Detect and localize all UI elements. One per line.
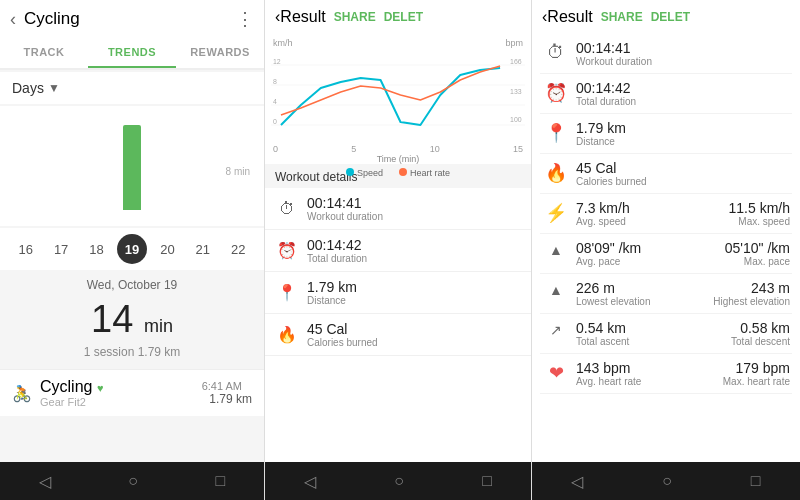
- bar-container: [12, 110, 252, 210]
- panel-result-stats: ‹ Result SHARE DELET ⏱ 00:14:41 Workout …: [532, 0, 800, 500]
- heart-dot: [399, 168, 407, 176]
- stat-val-7: 0.54 km: [576, 320, 731, 336]
- stat-row-heart-rate: ❤ 143 bpm Avg. heart rate 179 bpm Max. h…: [540, 354, 792, 394]
- nav-square-icon-p3[interactable]: □: [751, 472, 761, 490]
- stat-lbl-6: Lowest elevation: [576, 296, 713, 307]
- line-chart-svg: 12 8 4 0 166 133 100: [271, 50, 525, 140]
- day-18[interactable]: 18: [82, 234, 112, 264]
- stat-secondary-8: 179 bpm Max. heart rate: [723, 360, 790, 387]
- stat-val2-6: 243 m: [713, 280, 790, 296]
- act-device: Gear Fit2: [40, 396, 103, 408]
- distance-icon: 📍: [275, 283, 299, 302]
- delete-button-p2[interactable]: DELET: [384, 10, 423, 24]
- total-dur-icon: ⏰: [275, 241, 299, 260]
- stat-icon-1: ⏰: [542, 82, 570, 104]
- stat-lbl2-7: Total descent: [731, 336, 790, 347]
- stat-secondary-7: 0.58 km Total descent: [731, 320, 790, 347]
- stat-val-2: 1.79 km: [576, 120, 790, 136]
- detail-distance: 1.79 km Distance: [307, 279, 357, 306]
- svg-text:8: 8: [273, 78, 277, 85]
- panel1-topbar: ‹ Cycling ⋮: [0, 0, 264, 38]
- svg-text:12: 12: [273, 58, 281, 65]
- stat-main-1: 00:14:42 Total duration: [576, 80, 790, 107]
- days-selector[interactable]: Days ▼: [0, 72, 264, 104]
- stat-lbl-7: Total ascent: [576, 336, 731, 347]
- day-16[interactable]: 16: [11, 234, 41, 264]
- stat-main-6: 226 m Lowest elevation: [576, 280, 713, 307]
- panel3-topbar: ‹ Result SHARE DELET: [532, 0, 800, 34]
- total-dur-val: 00:14:42: [307, 237, 367, 253]
- chart-y-right-label: bpm: [505, 38, 523, 48]
- nav-back-icon[interactable]: ◁: [39, 472, 51, 491]
- stat-val2-8: 179 bpm: [723, 360, 790, 376]
- stat-main-3: 45 Cal Calories burned: [576, 160, 790, 187]
- x-axis-label: Time (min): [271, 154, 525, 166]
- stat-row-pace: ▲ 08'09" /km Avg. pace 05'10" /km Max. p…: [540, 234, 792, 274]
- day-20[interactable]: 20: [152, 234, 182, 264]
- stat-lbl2-5: Max. pace: [725, 256, 790, 267]
- nav-back-icon-p2[interactable]: ◁: [304, 472, 316, 491]
- stat-row-elevation: ▲ 226 m Lowest elevation 243 m Highest e…: [540, 274, 792, 314]
- stat-val-6: 226 m: [576, 280, 713, 296]
- panel-cycling: ‹ Cycling ⋮ TRACK TRENDS REWARDS Days ▼ …: [0, 0, 265, 500]
- stat-val-5: 08'09" /km: [576, 240, 725, 256]
- nav-home-icon[interactable]: ○: [128, 472, 138, 490]
- nav-square-icon[interactable]: □: [216, 472, 226, 490]
- back-icon[interactable]: ‹: [10, 9, 16, 30]
- total-dur-label: Total duration: [307, 253, 367, 264]
- svg-text:166: 166: [510, 58, 522, 65]
- stat-main-5: 08'09" /km Avg. pace: [576, 240, 725, 267]
- panel3-title: Result: [547, 8, 592, 26]
- nav-square-icon-p2[interactable]: □: [482, 472, 492, 490]
- detail-calories: 45 Cal Calories burned: [307, 321, 378, 348]
- stat-icon-4: ⚡: [542, 202, 570, 224]
- heart-icon: ♥: [97, 382, 104, 394]
- tab-track[interactable]: TRACK: [0, 38, 88, 68]
- stat-icon-5: ▲: [542, 242, 570, 258]
- session-info: 1 session 1.79 km: [0, 345, 264, 365]
- day-numbers-row: 16 17 18 19 20 21 22: [0, 228, 264, 270]
- day-19-selected[interactable]: 19: [117, 234, 147, 264]
- days-label: Days: [12, 80, 44, 96]
- tab-rewards[interactable]: REWARDS: [176, 38, 264, 68]
- chart-y-label: 8 min: [226, 166, 250, 177]
- share-button-p3[interactable]: SHARE: [601, 10, 643, 24]
- delete-button-p3[interactable]: DELET: [651, 10, 690, 24]
- detail-total-dur: 00:14:42 Total duration: [307, 237, 367, 264]
- tabs: TRACK TRENDS REWARDS: [0, 38, 264, 70]
- date-label: Wed, October 19: [0, 270, 264, 294]
- day-21[interactable]: 21: [188, 234, 218, 264]
- stat-icon-7: ↗: [542, 322, 570, 338]
- calories-icon: 🔥: [275, 325, 299, 344]
- list-item: ⏱ 00:14:41 Workout duration: [265, 188, 531, 230]
- stat-secondary-5: 05'10" /km Max. pace: [725, 240, 790, 267]
- stat-icon-6: ▲: [542, 282, 570, 298]
- calories-val: 45 Cal: [307, 321, 378, 337]
- tab-trends[interactable]: TRENDS: [88, 38, 176, 68]
- nav-home-icon-p3[interactable]: ○: [662, 472, 672, 490]
- stat-lbl-5: Avg. pace: [576, 256, 725, 267]
- calories-label: Calories burned: [307, 337, 378, 348]
- stat-main-7: 0.54 km Total ascent: [576, 320, 731, 347]
- chart-bar: [123, 125, 141, 210]
- stat-secondary-6: 243 m Highest elevation: [713, 280, 790, 307]
- trends-chart: 8 min: [0, 106, 264, 226]
- day-22[interactable]: 22: [223, 234, 253, 264]
- panel3-bottom-nav: ◁ ○ □: [532, 462, 800, 500]
- stat-val-4: 7.3 km/h: [576, 200, 729, 216]
- stat-main-8: 143 bpm Avg. heart rate: [576, 360, 723, 387]
- stat-secondary-4: 11.5 km/h Max. speed: [729, 200, 790, 227]
- stat-lbl-2: Distance: [576, 136, 790, 147]
- share-button-p2[interactable]: SHARE: [334, 10, 376, 24]
- day-17[interactable]: 17: [46, 234, 76, 264]
- svg-text:133: 133: [510, 88, 522, 95]
- act-time: 6:41 AM: [201, 380, 242, 392]
- distance-label: Distance: [307, 295, 357, 306]
- more-icon[interactable]: ⋮: [236, 8, 254, 30]
- nav-back-icon-p3[interactable]: ◁: [571, 472, 583, 491]
- stat-lbl-3: Calories burned: [576, 176, 790, 187]
- stat-row-workout-dur: ⏱ 00:14:41 Workout duration: [540, 34, 792, 74]
- stat-main-0: 00:14:41 Workout duration: [576, 40, 790, 67]
- stat-lbl-8: Avg. heart rate: [576, 376, 723, 387]
- nav-home-icon-p2[interactable]: ○: [394, 472, 404, 490]
